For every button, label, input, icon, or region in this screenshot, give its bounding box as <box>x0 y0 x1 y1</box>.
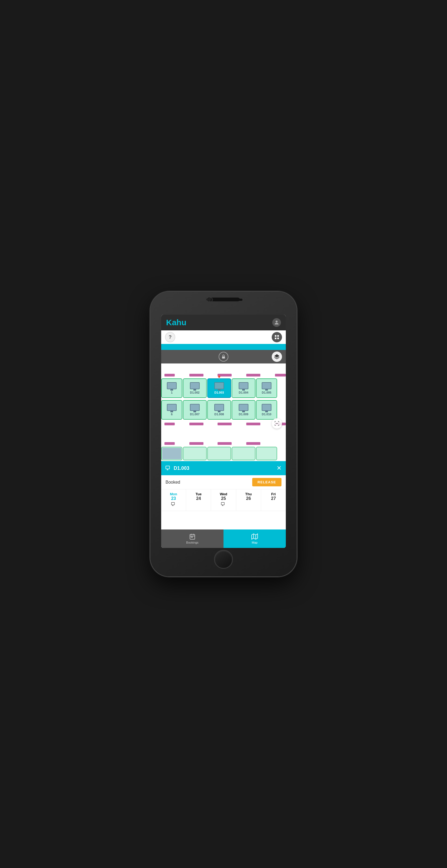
cal-day-fri[interactable]: Fri 27 <box>261 489 286 511</box>
bottom-nav: Bookings Map <box>161 529 286 548</box>
cal-day-num-mon: 23 <box>171 496 176 501</box>
cal-day-tue[interactable]: Tue 24 <box>186 489 211 511</box>
speaker <box>221 299 242 301</box>
user-avatar[interactable] <box>272 318 281 327</box>
desk-D1004[interactable]: D1.004 <box>232 378 255 398</box>
cal-day-num-thu: 26 <box>246 496 251 501</box>
cal-day-name-fri: Fri <box>271 492 276 496</box>
desk-partial-4[interactable] <box>232 447 255 460</box>
desk-D1008[interactable]: D1.008 <box>207 400 231 420</box>
desk-partial-1[interactable] <box>161 447 182 460</box>
app-title: Kahu <box>166 318 186 327</box>
purple-bar <box>246 442 260 445</box>
cal-day-num-fri: 27 <box>271 496 276 501</box>
app-header: Kahu <box>161 315 286 330</box>
purple-bar <box>190 442 203 445</box>
desk-D1009[interactable]: D1.009 <box>232 400 255 420</box>
grid-button[interactable] <box>272 332 282 342</box>
desk-partial-2[interactable] <box>183 447 207 460</box>
camera <box>209 298 213 302</box>
svg-rect-14 <box>221 502 224 505</box>
desk-name: D1.003 <box>174 465 190 471</box>
release-button[interactable]: RELEASE <box>252 478 281 486</box>
desk-info-left: D1.003 <box>166 465 190 471</box>
cal-booking-icon-wed <box>221 502 226 506</box>
cal-day-name-tue: Tue <box>196 492 202 496</box>
cal-day-wed[interactable]: Wed 25 <box>211 489 236 511</box>
nav-bookings[interactable]: Bookings <box>161 529 224 548</box>
svg-rect-8 <box>166 466 170 469</box>
cal-day-thu[interactable]: Thu 26 <box>236 489 261 511</box>
desk-row-1: 1 D1.002 📍 D1.003 <box>161 378 277 398</box>
desk-D1002[interactable]: D1.002 <box>183 378 207 398</box>
help-button[interactable]: ? <box>165 332 175 342</box>
desk-D1010[interactable]: D1.010 <box>256 400 277 420</box>
cal-booking-indicator-wed <box>221 502 226 507</box>
cal-day-num-wed: 25 <box>221 496 226 501</box>
desk-partial-3[interactable] <box>207 447 231 460</box>
desk-D1001[interactable]: 1 <box>161 378 182 398</box>
svg-rect-3 <box>275 338 277 339</box>
svg-point-0 <box>276 321 277 322</box>
cal-day-name-mon: Mon <box>170 492 177 496</box>
phone-frame: Kahu ? <box>150 291 297 577</box>
calendar-row: Mon 23 Tue 24 Wed 25 <box>161 489 286 511</box>
map-secondary-toolbar <box>161 350 286 364</box>
svg-point-21 <box>191 537 192 537</box>
desk-D1003[interactable]: 📍 D1.003 <box>207 378 231 398</box>
purple-bar <box>190 374 203 376</box>
cal-day-num-tue: 24 <box>196 496 201 501</box>
purple-bar <box>246 374 260 376</box>
purple-bar <box>275 374 286 376</box>
purple-bar <box>190 423 203 425</box>
map-icon <box>251 533 258 540</box>
cal-booking-icon-mon <box>171 502 176 506</box>
svg-rect-11 <box>171 502 174 505</box>
purple-bar <box>165 423 175 425</box>
bookings-icon <box>189 533 196 540</box>
cal-day-mon[interactable]: Mon 23 <box>161 489 186 511</box>
desk-D1007[interactable]: D1.007 <box>183 400 207 420</box>
booking-status-text: Booked <box>166 480 180 485</box>
desk-booking-icon <box>166 466 171 471</box>
nav-bookings-label: Bookings <box>186 541 198 544</box>
scan-button[interactable] <box>272 418 282 429</box>
nav-map-label: Map <box>252 541 257 544</box>
phone-screen: Kahu ? <box>161 315 286 548</box>
layers-button[interactable] <box>272 351 282 362</box>
desk-row-3-partial <box>161 447 277 460</box>
desk-D1006[interactable]: 6 <box>161 400 182 420</box>
map-toolbar: ? <box>161 330 286 344</box>
home-button[interactable] <box>214 550 233 569</box>
svg-rect-1 <box>275 335 277 337</box>
purple-bar <box>246 423 260 425</box>
purple-bar <box>165 442 175 445</box>
cal-day-name-thu: Thu <box>245 492 252 496</box>
svg-marker-23 <box>252 534 257 539</box>
svg-point-22 <box>192 537 193 537</box>
desk-D1005[interactable]: D1.005 <box>256 378 277 398</box>
nav-map[interactable]: Map <box>224 529 286 548</box>
desk-info-panel: D1.003 ✕ <box>161 461 286 475</box>
svg-rect-5 <box>222 356 225 359</box>
map-area: 1 D1.002 📍 D1.003 <box>161 364 286 461</box>
purple-bar <box>217 442 232 445</box>
desk-row-2: 6 D1.007 D1.008 <box>161 400 277 420</box>
purple-bar <box>165 374 175 376</box>
svg-rect-4 <box>277 338 279 339</box>
booking-status-row: Booked RELEASE <box>161 475 286 489</box>
blue-banner <box>161 344 286 350</box>
svg-rect-2 <box>277 335 279 337</box>
purple-bar <box>217 423 232 425</box>
cal-day-name-wed: Wed <box>220 492 227 496</box>
desk-partial-5[interactable] <box>256 447 277 460</box>
cal-booking-indicator-mon <box>171 502 176 507</box>
lock-icon <box>219 352 228 362</box>
close-button[interactable]: ✕ <box>277 465 281 472</box>
